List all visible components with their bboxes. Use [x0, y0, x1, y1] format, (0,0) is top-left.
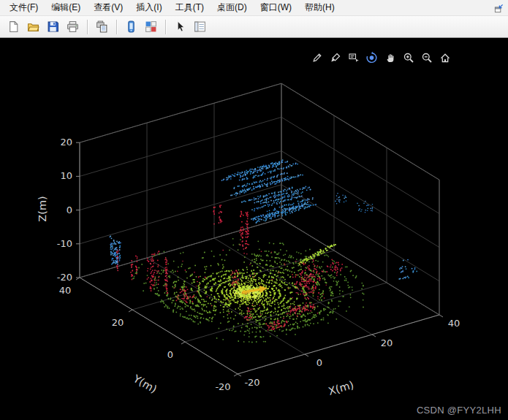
- new-figure-button[interactable]: [4, 18, 23, 36]
- link-plot-icon: [125, 20, 137, 33]
- svg-text:0: 0: [67, 205, 72, 215]
- axes-toolbar: [309, 50, 452, 65]
- property-inspector-button[interactable]: [191, 18, 209, 36]
- zoom-out-icon: [421, 52, 433, 64]
- svg-text:-20: -20: [244, 377, 259, 388]
- rotate-3d-icon: [365, 51, 378, 64]
- cursor-arrow-icon: [174, 20, 186, 33]
- figure-area: 20100-10-2040200-20-2002040Z(m)Y(m)X(m): [0, 38, 508, 420]
- menu-window[interactable]: 窗口(W): [254, 0, 298, 15]
- floppy-disk-icon: [47, 20, 59, 33]
- svg-text:40: 40: [59, 285, 72, 296]
- pan-button[interactable]: [382, 50, 398, 65]
- menu-edit[interactable]: 编辑(E): [45, 0, 87, 15]
- menu-view[interactable]: 查看(V): [87, 0, 129, 15]
- svg-text:20: 20: [381, 337, 393, 348]
- toolbar-separator: [87, 20, 88, 34]
- toolbar-separator: [165, 20, 166, 34]
- svg-text:-20: -20: [215, 381, 230, 392]
- home-icon: [439, 52, 451, 64]
- save-figure-button[interactable]: [44, 18, 62, 36]
- print-preview-icon: [96, 20, 108, 33]
- zoom-in-button[interactable]: [401, 50, 416, 65]
- figure-toolbar: [0, 16, 508, 38]
- svg-text:20: 20: [60, 137, 72, 148]
- menu-help[interactable]: 帮助(H): [298, 0, 341, 15]
- link-plot-button[interactable]: [122, 18, 140, 36]
- export-button[interactable]: [309, 50, 325, 65]
- watermark: CSDN @FYY2LHH: [417, 405, 501, 416]
- print-preview-button[interactable]: [93, 18, 111, 36]
- zoom-out-button[interactable]: [419, 50, 434, 65]
- toolbar-separator: [116, 20, 117, 34]
- menu-desktop[interactable]: 桌面(D): [211, 0, 254, 15]
- pan-hand-icon: [384, 52, 396, 64]
- colorbar-grid-icon: [145, 20, 157, 33]
- menu-insert[interactable]: 插入(I): [129, 0, 168, 15]
- point-cloud-plot[interactable]: 20100-10-2040200-20-2002040Z(m)Y(m)X(m): [0, 38, 508, 420]
- menu-file[interactable]: 文件(F): [3, 0, 45, 15]
- svg-text:Y(m): Y(m): [131, 373, 159, 396]
- new-document-icon: [7, 20, 20, 33]
- printer-icon: [67, 20, 79, 33]
- menu-bar: 文件(F) 编辑(E) 查看(V) 插入(I) 工具(T) 桌面(D) 窗口(W…: [0, 0, 508, 16]
- datatip-icon: [348, 52, 360, 64]
- svg-text:X(m): X(m): [327, 379, 355, 397]
- edit-plot-button[interactable]: [171, 18, 189, 36]
- svg-text:Z(m): Z(m): [37, 196, 48, 221]
- svg-text:10: 10: [60, 170, 72, 181]
- brush-icon: [330, 52, 341, 64]
- svg-text:40: 40: [448, 318, 460, 329]
- svg-text:-20: -20: [57, 272, 72, 283]
- insert-colorbar-button[interactable]: [142, 18, 160, 36]
- restore-view-button[interactable]: [437, 50, 452, 65]
- dock-figure-icon[interactable]: [493, 2, 504, 14]
- brush-button[interactable]: [327, 50, 343, 65]
- menu-tools[interactable]: 工具(T): [169, 0, 211, 15]
- export-pen-icon: [311, 52, 323, 64]
- print-figure-button[interactable]: [64, 18, 82, 36]
- open-file-button[interactable]: [24, 18, 42, 36]
- open-folder-icon: [27, 20, 39, 33]
- matlab-figure-window: 文件(F) 编辑(E) 查看(V) 插入(I) 工具(T) 桌面(D) 窗口(W…: [0, 0, 508, 420]
- datatip-button[interactable]: [346, 50, 361, 65]
- inspector-panel-icon: [194, 20, 206, 33]
- svg-text:0: 0: [316, 357, 322, 368]
- svg-text:0: 0: [167, 349, 173, 360]
- svg-text:-10: -10: [57, 238, 72, 249]
- zoom-in-icon: [403, 52, 414, 64]
- rotate-3d-button[interactable]: [364, 50, 379, 65]
- svg-text:20: 20: [112, 317, 124, 328]
